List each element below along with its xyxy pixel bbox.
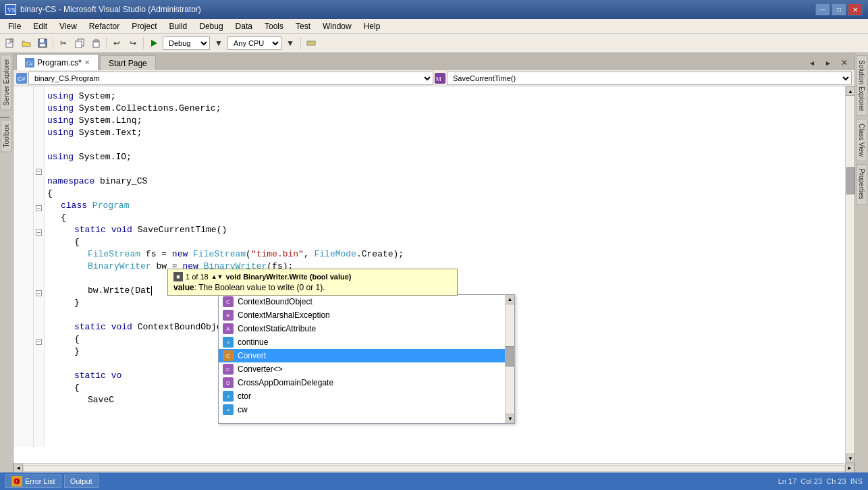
menu-edit[interactable]: Edit bbox=[28, 20, 53, 32]
scroll-down-btn[interactable]: ▼ bbox=[846, 454, 855, 463]
collapse-btn-2[interactable]: ─ bbox=[36, 205, 42, 211]
ac-icon-7: D bbox=[223, 377, 234, 388]
toolbar-undo[interactable]: ↩ bbox=[109, 36, 124, 51]
toolbar-save[interactable] bbox=[35, 36, 50, 51]
ac-label-1: ContextBoundObject bbox=[238, 297, 313, 306]
menu-help[interactable]: Help bbox=[358, 20, 386, 32]
toolbar-debug-drop[interactable]: ▼ bbox=[211, 36, 226, 51]
ac-item-contextstaticattribute[interactable]: A ContextStaticAttribute bbox=[219, 322, 514, 335]
ac-label-convert: Convert bbox=[238, 351, 266, 360]
ac-item-contextboundobject[interactable]: C ContextBoundObject bbox=[219, 295, 514, 308]
ac-item-convert[interactable]: C Convert bbox=[219, 349, 514, 362]
tab-scroll-right[interactable]: ► bbox=[821, 55, 836, 70]
code-line-11: { bbox=[47, 212, 852, 224]
ac-item-converter[interactable]: C Converter<> bbox=[219, 362, 514, 376]
hscroll-track[interactable] bbox=[23, 465, 845, 472]
menu-project[interactable]: Project bbox=[126, 20, 162, 32]
editor-area: C# Program.cs* ✕ Start Page ◄ ► ✕ C# bin… bbox=[13, 53, 855, 472]
hscrollbar: ◄ ► bbox=[13, 463, 855, 472]
code-line-4: using System.Text; bbox=[47, 127, 852, 139]
hscroll-left-btn[interactable]: ◄ bbox=[13, 464, 23, 473]
code-editor[interactable]: ─ ─ ─ ─ ─ using System; using System.Col… bbox=[13, 86, 855, 463]
svg-text:M: M bbox=[436, 76, 441, 82]
code-line-1: using System; bbox=[47, 90, 852, 103]
error-list-tab[interactable]: ! Error List bbox=[5, 474, 61, 488]
maximize-button[interactable]: □ bbox=[832, 3, 846, 16]
error-list-label: Error List bbox=[25, 477, 55, 485]
collapse-btn-5[interactable]: ─ bbox=[36, 339, 42, 345]
ac-label-2: ContextMarshalException bbox=[238, 310, 330, 320]
toolbar-cut[interactable]: ✂ bbox=[56, 36, 71, 51]
server-explorer-tab[interactable]: Server Explorer bbox=[1, 54, 12, 110]
toolbar-sep-3 bbox=[143, 37, 144, 49]
toolbar-run[interactable] bbox=[146, 36, 161, 51]
tooltip-description: value: The Boolean value to write (0 or … bbox=[173, 283, 452, 292]
collapse-btn-3[interactable]: ─ bbox=[36, 229, 42, 236]
tab-bar: C# Program.cs* ✕ Start Page ◄ ► ✕ bbox=[13, 53, 855, 70]
ac-item-continue[interactable]: ≡ continue bbox=[219, 335, 514, 349]
code-line-14: FileStream fs = new FileStream("time.bin… bbox=[47, 248, 852, 261]
menu-tools[interactable]: Tools bbox=[259, 20, 289, 32]
ac-scroll-down[interactable]: ▼ bbox=[506, 414, 515, 423]
scroll-track[interactable] bbox=[846, 96, 855, 454]
toolbar-redo[interactable]: ↪ bbox=[126, 36, 140, 51]
tab-program-cs[interactable]: C# Program.cs* ✕ bbox=[16, 54, 99, 70]
ac-item-ctor[interactable]: ≡ ctor bbox=[219, 389, 514, 403]
code-line-13: { bbox=[47, 236, 852, 248]
code-line-2: using System.Collections.Generic; bbox=[47, 103, 852, 115]
ac-scroll-up[interactable]: ▲ bbox=[506, 295, 514, 304]
menu-test[interactable]: Test bbox=[290, 20, 316, 32]
cpu-config-combo[interactable]: Any CPU bbox=[227, 36, 281, 50]
menu-data[interactable]: Data bbox=[230, 20, 258, 32]
toolbar-copy[interactable] bbox=[72, 36, 87, 51]
tab-program-cs-close[interactable]: ✕ bbox=[84, 59, 90, 66]
menu-window[interactable]: Window bbox=[317, 20, 357, 32]
ac-item-cw[interactable]: ≡ cw bbox=[219, 403, 514, 416]
svg-rect-14 bbox=[307, 41, 315, 45]
toolbox-tab[interactable]: Toolbox bbox=[1, 119, 12, 152]
class-view-tab[interactable]: Class View bbox=[856, 119, 867, 161]
collapse-btn-1[interactable]: ─ bbox=[36, 169, 42, 175]
solution-explorer-tab[interactable]: Solution Explorer bbox=[856, 55, 867, 116]
method-nav-combo[interactable]: SaveCurrentTime() bbox=[447, 72, 852, 85]
ac-icon-8: ≡ bbox=[223, 391, 234, 402]
toolbar-cpu-drop[interactable]: ▼ bbox=[283, 36, 298, 51]
toolbar-open[interactable] bbox=[19, 36, 34, 51]
output-tab[interactable]: Output bbox=[64, 474, 99, 488]
ac-icon-3: A bbox=[223, 323, 234, 334]
scroll-thumb[interactable] bbox=[846, 167, 855, 194]
svg-text:C#: C# bbox=[18, 76, 26, 82]
toolbar-extra[interactable] bbox=[304, 36, 319, 51]
menu-debug[interactable]: Debug bbox=[194, 20, 228, 32]
debug-config-combo[interactable]: Debug bbox=[163, 36, 210, 50]
toolbar-paste[interactable] bbox=[88, 36, 103, 51]
hscroll-right-btn[interactable]: ► bbox=[845, 464, 855, 473]
tab-scroll-left[interactable]: ◄ bbox=[805, 55, 819, 70]
ac-item-contextmarshalexception[interactable]: E ContextMarshalException bbox=[219, 308, 514, 322]
code-line-3: using System.Linq; bbox=[47, 115, 852, 127]
menu-file[interactable]: File bbox=[3, 20, 26, 32]
ac-scroll-thumb[interactable] bbox=[506, 346, 514, 366]
scroll-up-btn[interactable]: ▲ bbox=[846, 86, 855, 96]
svg-rect-10 bbox=[76, 41, 82, 48]
ac-icon-5: C bbox=[223, 350, 234, 361]
ac-item-crossappdomaindelegate[interactable]: D CrossAppDomainDelegate bbox=[219, 376, 514, 389]
tab-close-button[interactable]: ✕ bbox=[837, 55, 852, 70]
vs-window: VS binary-CS - Microsoft Visual Studio (… bbox=[0, 0, 868, 490]
collapse-btn-4[interactable]: ─ bbox=[36, 290, 42, 296]
class-nav-combo[interactable]: binary_CS.Program bbox=[28, 72, 433, 85]
tab-start-page-label: Start Page bbox=[109, 59, 147, 68]
close-button[interactable]: ✕ bbox=[848, 3, 863, 16]
properties-tab[interactable]: Properties bbox=[856, 164, 867, 205]
menu-refactor[interactable]: Refactor bbox=[84, 20, 125, 32]
code-line-8: namespace binary_CS bbox=[47, 175, 852, 188]
toolbar-new[interactable] bbox=[3, 36, 18, 51]
ac-icon-2: E bbox=[223, 310, 234, 321]
menu-view[interactable]: View bbox=[54, 20, 82, 32]
toolbar-sep-4 bbox=[300, 37, 301, 49]
tab-start-page[interactable]: Start Page bbox=[100, 55, 156, 70]
menu-build[interactable]: Build bbox=[164, 20, 193, 32]
minimize-button[interactable]: ─ bbox=[815, 3, 830, 16]
autocomplete-dropdown[interactable]: C ContextBoundObject E ContextMarshalExc… bbox=[218, 294, 515, 424]
ac-scrollbar[interactable]: ▲ ▼ bbox=[505, 295, 514, 423]
